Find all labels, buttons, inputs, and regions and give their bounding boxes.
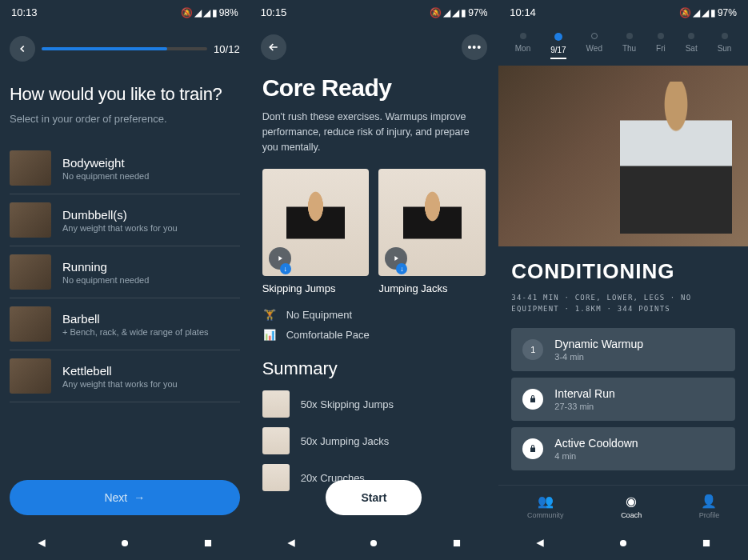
training-thumbnail bbox=[10, 306, 51, 342]
pace-label: Comfortable Pace bbox=[286, 329, 370, 341]
battery-percent: 98% bbox=[219, 7, 238, 18]
exercise-card-skipping-jumps[interactable]: ↓ Skipping Jumps bbox=[262, 169, 370, 294]
day-dot-icon bbox=[688, 33, 694, 39]
training-option-barbell[interactable]: Barbell + Bench, rack, & wide range of p… bbox=[10, 298, 240, 350]
android-nav-bar bbox=[498, 526, 748, 560]
start-button[interactable]: Start bbox=[326, 480, 422, 515]
svg-point-0 bbox=[122, 540, 128, 546]
day-label: Mon bbox=[515, 44, 530, 53]
session-title: CONDITIONING bbox=[511, 259, 735, 284]
download-icon: ↓ bbox=[396, 263, 407, 274]
mute-icon: 🔕 bbox=[679, 7, 691, 18]
training-option-kettlebell[interactable]: Kettlebell Any weight that works for you bbox=[10, 350, 240, 402]
nav-home-icon[interactable] bbox=[366, 535, 382, 551]
battery-icon: ▮ bbox=[461, 7, 466, 18]
nav-back-icon[interactable] bbox=[283, 535, 299, 551]
day-label: Thu bbox=[622, 44, 636, 53]
nav-home-icon[interactable] bbox=[615, 535, 631, 551]
exercise-card-jumping-jacks[interactable]: ↓ Jumping Jacks bbox=[378, 169, 486, 294]
back-button[interactable] bbox=[261, 34, 286, 60]
workout-segment-interval[interactable]: Interval Run 27-33 min bbox=[511, 378, 735, 421]
tab-coach[interactable]: ◉ Coach bbox=[621, 494, 642, 519]
lock-icon bbox=[522, 438, 543, 459]
nav-recent-icon[interactable] bbox=[200, 535, 216, 551]
segment-name: Dynamic Warmup bbox=[554, 338, 724, 350]
wifi-icon: ◢ bbox=[693, 7, 700, 18]
battery-icon: ▮ bbox=[710, 7, 716, 18]
training-option-bodyweight[interactable]: Bodyweight No equipment needed bbox=[10, 142, 240, 194]
status-time: 10:15 bbox=[261, 6, 287, 18]
tab-community[interactable]: 👥 Community bbox=[527, 494, 564, 519]
status-time: 10:13 bbox=[11, 6, 38, 18]
status-icons: 🔕 ◢ ◢ ▮ 97% bbox=[430, 7, 487, 18]
nav-back-icon[interactable] bbox=[34, 535, 50, 551]
community-icon: 👥 bbox=[538, 494, 554, 509]
nav-home-icon[interactable] bbox=[117, 535, 133, 551]
more-menu-button[interactable]: ••• bbox=[462, 34, 487, 60]
screen-training-preference: 10:13 🔕 ◢ ◢ ▮ 98% 10/12 How would you li… bbox=[0, 0, 250, 560]
bottom-tab-bar: 👥 Community ◉ Coach 👤 Profile bbox=[498, 485, 748, 526]
segment-duration: 3-4 min bbox=[554, 352, 724, 362]
training-desc: Any weight that works for you bbox=[62, 379, 240, 389]
lock-icon bbox=[522, 389, 543, 410]
day-dot-icon bbox=[591, 33, 598, 39]
day-today[interactable]: 9/17 bbox=[550, 33, 566, 59]
tab-label: Profile bbox=[699, 511, 720, 519]
training-option-running[interactable]: Running No equipment needed bbox=[10, 246, 240, 298]
nav-recent-icon[interactable] bbox=[449, 535, 465, 551]
training-option-dumbbell[interactable]: Dumbbell(s) Any weight that works for yo… bbox=[10, 194, 240, 246]
mute-icon: 🔕 bbox=[181, 7, 193, 18]
day-dot-icon bbox=[554, 33, 562, 41]
workout-hero-image bbox=[498, 66, 748, 246]
day-mon[interactable]: Mon bbox=[515, 33, 530, 59]
screen-coach-today: 10:14 🔕 ◢ ◢ ▮ 97% Mon 9/17 Wed Thu Fri S… bbox=[498, 0, 748, 560]
workout-description: Don't rush these exercises. Warmups impr… bbox=[262, 110, 486, 154]
next-button[interactable]: Next → bbox=[10, 480, 240, 515]
day-sun[interactable]: Sun bbox=[718, 33, 732, 59]
screen-workout-detail: 10:15 🔕 ◢ ◢ ▮ 97% ••• Core Ready Don't r… bbox=[250, 0, 499, 560]
day-thu[interactable]: Thu bbox=[622, 33, 636, 59]
day-label: Sun bbox=[718, 44, 732, 53]
day-dot-icon bbox=[722, 33, 728, 39]
wifi-icon: ◢ bbox=[194, 7, 202, 18]
training-name: Barbell bbox=[62, 312, 240, 326]
status-time: 10:14 bbox=[510, 6, 536, 18]
back-button[interactable] bbox=[10, 36, 35, 62]
battery-percent: 97% bbox=[468, 7, 487, 18]
summary-text: 50x Jumping Jacks bbox=[301, 435, 390, 447]
android-nav-bar bbox=[250, 526, 499, 560]
summary-thumbnail bbox=[262, 464, 290, 491]
day-fri[interactable]: Fri bbox=[656, 33, 666, 59]
exercise-name: Jumping Jacks bbox=[378, 282, 486, 294]
segment-name: Active Cooldown bbox=[554, 437, 724, 450]
summary-item[interactable]: 50x Jumping Jacks bbox=[262, 427, 486, 454]
page-title: How would you like to train? bbox=[10, 84, 240, 105]
signal-icon: ◢ bbox=[452, 7, 459, 18]
equipment-meta: 🏋 No Equipment bbox=[262, 309, 486, 321]
status-bar: 10:15 🔕 ◢ ◢ ▮ 97% bbox=[250, 0, 499, 25]
segment-duration: 27-33 min bbox=[554, 402, 724, 411]
mute-icon: 🔕 bbox=[430, 7, 442, 18]
nav-back-icon[interactable] bbox=[532, 535, 548, 551]
tab-label: Coach bbox=[621, 511, 642, 519]
day-wed[interactable]: Wed bbox=[586, 33, 602, 59]
status-icons: 🔕 ◢ ◢ ▮ 97% bbox=[679, 7, 737, 18]
workout-segment-warmup[interactable]: 1 Dynamic Warmup 3-4 min bbox=[511, 328, 735, 371]
tab-profile[interactable]: 👤 Profile bbox=[699, 494, 720, 519]
svg-rect-5 bbox=[703, 540, 710, 546]
svg-rect-1 bbox=[205, 540, 211, 546]
status-icons: 🔕 ◢ ◢ ▮ 98% bbox=[181, 7, 238, 18]
summary-text: 50x Skipping Jumps bbox=[301, 398, 394, 410]
progress-bar bbox=[42, 47, 207, 50]
workout-segment-cooldown[interactable]: Active Cooldown 4 min bbox=[511, 427, 735, 470]
day-sat[interactable]: Sat bbox=[686, 33, 698, 59]
week-selector: Mon 9/17 Wed Thu Fri Sat Sun bbox=[498, 25, 748, 66]
training-desc: No equipment needed bbox=[62, 275, 240, 285]
training-name: Kettlebell bbox=[62, 364, 240, 378]
summary-thumbnail bbox=[262, 390, 290, 418]
battery-percent: 97% bbox=[718, 7, 737, 18]
signal-icon: ◢ bbox=[702, 7, 709, 18]
training-thumbnail bbox=[10, 202, 51, 238]
nav-recent-icon[interactable] bbox=[698, 535, 714, 551]
summary-item[interactable]: 50x Skipping Jumps bbox=[262, 390, 486, 418]
